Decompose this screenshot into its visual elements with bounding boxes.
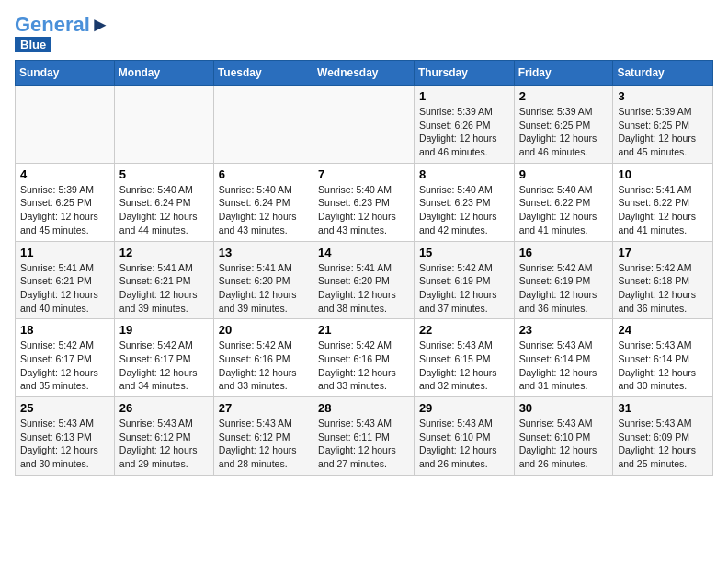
calendar-cell: 19Sunrise: 5:42 AM Sunset: 6:17 PM Dayli…: [114, 319, 213, 397]
header-friday: Friday: [514, 61, 613, 86]
calendar-cell: [114, 86, 213, 164]
day-info: Sunrise: 5:39 AM Sunset: 6:26 PM Dayligh…: [419, 105, 509, 159]
calendar-cell: [313, 86, 415, 164]
calendar-cell: 2Sunrise: 5:39 AM Sunset: 6:25 PM Daylig…: [514, 86, 613, 164]
day-info: Sunrise: 5:43 AM Sunset: 6:14 PM Dayligh…: [519, 339, 609, 393]
day-info: Sunrise: 5:41 AM Sunset: 6:20 PM Dayligh…: [219, 261, 308, 316]
day-number: 22: [419, 323, 509, 337]
day-number: 11: [20, 246, 109, 259]
day-number: 6: [219, 167, 308, 181]
calendar-cell: 14Sunrise: 5:41 AM Sunset: 6:20 PM Dayli…: [313, 241, 415, 319]
day-info: Sunrise: 5:42 AM Sunset: 6:19 PM Dayligh…: [419, 261, 509, 316]
day-number: 23: [519, 323, 609, 337]
day-number: 17: [618, 246, 708, 259]
calendar-week-4: 18Sunrise: 5:42 AM Sunset: 6:17 PM Dayli…: [16, 319, 713, 397]
day-info: Sunrise: 5:39 AM Sunset: 6:25 PM Dayligh…: [618, 105, 708, 159]
day-number: 27: [219, 401, 308, 415]
calendar-cell: 4Sunrise: 5:39 AM Sunset: 6:25 PM Daylig…: [16, 163, 115, 241]
calendar-cell: 9Sunrise: 5:40 AM Sunset: 6:22 PM Daylig…: [514, 163, 613, 241]
header-wednesday: Wednesday: [313, 61, 415, 86]
header-sunday: Sunday: [16, 61, 115, 86]
calendar-cell: 18Sunrise: 5:42 AM Sunset: 6:17 PM Dayli…: [16, 319, 115, 397]
day-info: Sunrise: 5:39 AM Sunset: 6:25 PM Dayligh…: [519, 105, 609, 159]
day-number: 18: [20, 323, 109, 337]
header-thursday: Thursday: [414, 61, 514, 86]
calendar-cell: 16Sunrise: 5:42 AM Sunset: 6:19 PM Dayli…: [514, 241, 613, 319]
day-info: Sunrise: 5:43 AM Sunset: 6:09 PM Dayligh…: [618, 417, 708, 471]
day-info: Sunrise: 5:41 AM Sunset: 6:22 PM Dayligh…: [618, 183, 708, 237]
header-saturday: Saturday: [613, 61, 713, 86]
logo-general: General: [15, 13, 90, 36]
day-info: Sunrise: 5:43 AM Sunset: 6:12 PM Dayligh…: [119, 417, 209, 471]
day-info: Sunrise: 5:43 AM Sunset: 6:12 PM Dayligh…: [219, 417, 308, 471]
day-info: Sunrise: 5:43 AM Sunset: 6:14 PM Dayligh…: [618, 339, 708, 393]
header-tuesday: Tuesday: [213, 61, 313, 86]
calendar-cell: 26Sunrise: 5:43 AM Sunset: 6:12 PM Dayli…: [114, 397, 213, 476]
page-header: General► Blue: [15, 15, 713, 52]
day-info: Sunrise: 5:40 AM Sunset: 6:24 PM Dayligh…: [119, 183, 209, 237]
day-number: 15: [419, 246, 509, 259]
calendar-body: 1Sunrise: 5:39 AM Sunset: 6:26 PM Daylig…: [16, 86, 713, 476]
calendar-cell: [16, 86, 115, 164]
day-number: 14: [318, 246, 409, 259]
weekday-header-row: Sunday Monday Tuesday Wednesday Thursday…: [16, 61, 713, 86]
calendar-cell: 8Sunrise: 5:40 AM Sunset: 6:23 PM Daylig…: [414, 163, 514, 241]
day-number: 3: [618, 89, 708, 103]
day-info: Sunrise: 5:42 AM Sunset: 6:17 PM Dayligh…: [119, 339, 209, 393]
day-number: 29: [419, 401, 509, 415]
calendar-week-1: 1Sunrise: 5:39 AM Sunset: 6:26 PM Daylig…: [16, 86, 713, 164]
day-info: Sunrise: 5:43 AM Sunset: 6:15 PM Dayligh…: [419, 339, 509, 393]
calendar-cell: 17Sunrise: 5:42 AM Sunset: 6:18 PM Dayli…: [613, 241, 713, 319]
day-number: 24: [618, 323, 708, 337]
day-info: Sunrise: 5:43 AM Sunset: 6:13 PM Dayligh…: [20, 417, 109, 471]
day-info: Sunrise: 5:40 AM Sunset: 6:23 PM Dayligh…: [419, 183, 509, 237]
day-number: 5: [119, 167, 209, 181]
day-number: 21: [318, 323, 409, 337]
logo-blue: Blue: [15, 37, 51, 52]
day-number: 25: [20, 401, 109, 415]
day-info: Sunrise: 5:42 AM Sunset: 6:17 PM Dayligh…: [20, 339, 109, 393]
calendar-cell: 10Sunrise: 5:41 AM Sunset: 6:22 PM Dayli…: [613, 163, 713, 241]
day-number: 28: [318, 401, 409, 415]
day-info: Sunrise: 5:42 AM Sunset: 6:16 PM Dayligh…: [318, 339, 409, 393]
calendar-cell: 5Sunrise: 5:40 AM Sunset: 6:24 PM Daylig…: [114, 163, 213, 241]
day-info: Sunrise: 5:43 AM Sunset: 6:11 PM Dayligh…: [318, 417, 409, 471]
day-info: Sunrise: 5:42 AM Sunset: 6:16 PM Dayligh…: [219, 339, 308, 393]
logo-text: General►: [15, 15, 110, 35]
day-info: Sunrise: 5:43 AM Sunset: 6:10 PM Dayligh…: [519, 417, 609, 471]
day-number: 8: [419, 167, 509, 181]
calendar-cell: 27Sunrise: 5:43 AM Sunset: 6:12 PM Dayli…: [213, 397, 313, 476]
calendar-cell: 7Sunrise: 5:40 AM Sunset: 6:23 PM Daylig…: [313, 163, 415, 241]
day-number: 7: [318, 167, 409, 181]
day-number: 20: [219, 323, 308, 337]
calendar-cell: 28Sunrise: 5:43 AM Sunset: 6:11 PM Dayli…: [313, 397, 415, 476]
calendar-cell: 13Sunrise: 5:41 AM Sunset: 6:20 PM Dayli…: [213, 241, 313, 319]
calendar-week-2: 4Sunrise: 5:39 AM Sunset: 6:25 PM Daylig…: [16, 163, 713, 241]
header-monday: Monday: [114, 61, 213, 86]
calendar-week-5: 25Sunrise: 5:43 AM Sunset: 6:13 PM Dayli…: [16, 397, 713, 476]
calendar-cell: 21Sunrise: 5:42 AM Sunset: 6:16 PM Dayli…: [313, 319, 415, 397]
day-number: 1: [419, 89, 509, 103]
calendar-cell: 31Sunrise: 5:43 AM Sunset: 6:09 PM Dayli…: [613, 397, 713, 476]
calendar-week-3: 11Sunrise: 5:41 AM Sunset: 6:21 PM Dayli…: [16, 241, 713, 319]
calendar-cell: 15Sunrise: 5:42 AM Sunset: 6:19 PM Dayli…: [414, 241, 514, 319]
day-number: 31: [618, 401, 708, 415]
calendar-cell: 20Sunrise: 5:42 AM Sunset: 6:16 PM Dayli…: [213, 319, 313, 397]
calendar-cell: 29Sunrise: 5:43 AM Sunset: 6:10 PM Dayli…: [414, 397, 514, 476]
calendar-cell: [213, 86, 313, 164]
calendar-cell: 25Sunrise: 5:43 AM Sunset: 6:13 PM Dayli…: [16, 397, 115, 476]
day-info: Sunrise: 5:41 AM Sunset: 6:21 PM Dayligh…: [119, 261, 209, 316]
calendar-cell: 22Sunrise: 5:43 AM Sunset: 6:15 PM Dayli…: [414, 319, 514, 397]
day-info: Sunrise: 5:40 AM Sunset: 6:23 PM Dayligh…: [318, 183, 409, 237]
day-number: 19: [119, 323, 209, 337]
calendar-cell: 24Sunrise: 5:43 AM Sunset: 6:14 PM Dayli…: [613, 319, 713, 397]
calendar-cell: 3Sunrise: 5:39 AM Sunset: 6:25 PM Daylig…: [613, 86, 713, 164]
day-number: 2: [519, 89, 609, 103]
day-number: 30: [519, 401, 609, 415]
calendar-cell: 11Sunrise: 5:41 AM Sunset: 6:21 PM Dayli…: [16, 241, 115, 319]
day-info: Sunrise: 5:41 AM Sunset: 6:20 PM Dayligh…: [318, 261, 409, 316]
day-info: Sunrise: 5:39 AM Sunset: 6:25 PM Dayligh…: [20, 183, 109, 237]
day-number: 10: [618, 167, 708, 181]
day-info: Sunrise: 5:40 AM Sunset: 6:22 PM Dayligh…: [519, 183, 609, 237]
day-number: 26: [119, 401, 209, 415]
